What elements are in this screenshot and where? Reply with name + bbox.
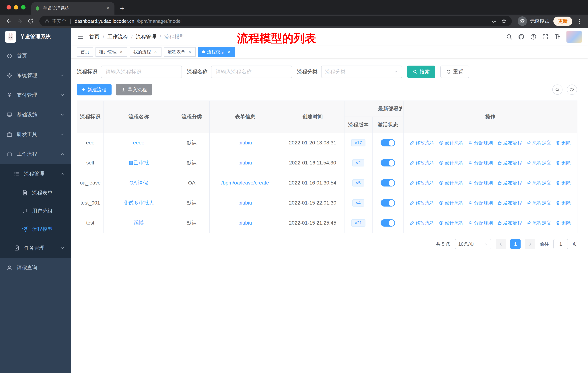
- modify-process-link[interactable]: 修改流程: [410, 220, 435, 226]
- goto-page-input[interactable]: [553, 239, 568, 249]
- font-size-icon[interactable]: [554, 33, 561, 40]
- sidebar-item-infrastructure[interactable]: 基础设施: [0, 105, 71, 125]
- modify-process-link[interactable]: 修改流程: [410, 140, 435, 146]
- modify-process-link[interactable]: 修改流程: [410, 160, 435, 166]
- version-badge[interactable]: v21: [351, 219, 366, 227]
- sidebar-item-home[interactable]: 首页: [0, 46, 71, 66]
- process-definition-link[interactable]: 流程定义: [526, 180, 551, 186]
- modify-process-link[interactable]: 修改流程: [410, 180, 435, 186]
- form-info-link[interactable]: biubiu: [238, 220, 252, 226]
- form-info-link[interactable]: /bpm/oa/leave/create: [221, 180, 269, 186]
- tag-close-icon[interactable]: ×: [187, 49, 192, 54]
- assign-rule-link[interactable]: 分配规则: [468, 140, 493, 146]
- process-definition-link[interactable]: 流程定义: [526, 220, 551, 226]
- category-select[interactable]: 流程分类: [321, 66, 402, 78]
- design-process-link[interactable]: 设计流程: [439, 220, 464, 226]
- process-name-link[interactable]: 滔博: [134, 220, 144, 226]
- tag-process-model[interactable]: 流程模型 ×: [198, 47, 235, 57]
- delete-link[interactable]: 删除: [556, 160, 571, 166]
- publish-process-link[interactable]: 发布流程: [497, 160, 522, 166]
- assign-rule-link[interactable]: 分配规则: [468, 200, 493, 206]
- refresh-table-button[interactable]: [567, 84, 577, 95]
- next-page-button[interactable]: [525, 239, 535, 249]
- process-name-link[interactable]: 自己审批: [128, 160, 149, 166]
- assign-rule-link[interactable]: 分配规则: [468, 160, 493, 166]
- window-close-button[interactable]: [7, 5, 11, 10]
- key-icon[interactable]: [491, 18, 497, 24]
- import-process-button[interactable]: 导入流程: [116, 84, 152, 95]
- assign-rule-link[interactable]: 分配规则: [468, 180, 493, 186]
- tag-close-icon[interactable]: ×: [153, 49, 158, 54]
- new-tab-button[interactable]: +: [117, 3, 128, 14]
- sidebar-item-workflow[interactable]: 工作流程: [0, 144, 71, 164]
- process-name-input[interactable]: [211, 66, 292, 78]
- version-badge[interactable]: v2: [352, 159, 364, 166]
- tag-tenant-mgmt[interactable]: 租户管理 ×: [95, 47, 127, 57]
- delete-link[interactable]: 删除: [556, 200, 571, 206]
- sidebar-item-payment-mgmt[interactable]: ¥ 支付管理: [0, 85, 71, 105]
- design-process-link[interactable]: 设计流程: [439, 180, 464, 186]
- address-bar[interactable]: 不安全 dashboard.yudao.iocoder.cn/bpm/manag…: [39, 16, 512, 26]
- window-minimize-button[interactable]: [14, 5, 18, 10]
- sidebar-item-process-mgmt[interactable]: 流程管理: [0, 164, 71, 184]
- security-warning-icon[interactable]: [44, 19, 50, 24]
- sidebar-item-task-mgmt[interactable]: 任务管理: [0, 238, 71, 258]
- process-name-link[interactable]: eeee: [133, 140, 144, 146]
- process-name-link[interactable]: OA 请假: [129, 180, 148, 186]
- github-icon[interactable]: [518, 33, 525, 40]
- version-badge[interactable]: v4: [352, 199, 364, 207]
- process-key-input[interactable]: [101, 66, 182, 78]
- publish-process-link[interactable]: 发布流程: [497, 200, 522, 206]
- delete-link[interactable]: 删除: [556, 140, 571, 146]
- window-zoom-button[interactable]: [21, 5, 26, 10]
- process-definition-link[interactable]: 流程定义: [526, 160, 551, 166]
- active-toggle[interactable]: [381, 179, 395, 186]
- breadcrumb-item-home[interactable]: 首页: [89, 33, 100, 40]
- fullscreen-icon[interactable]: [542, 33, 549, 40]
- breadcrumb-item-workflow[interactable]: 工作流程: [107, 33, 128, 40]
- process-definition-link[interactable]: 流程定义: [526, 140, 551, 146]
- tag-close-icon[interactable]: ×: [227, 49, 231, 54]
- tag-process-form[interactable]: 流程表单 ×: [164, 47, 196, 57]
- update-button[interactable]: 更新: [553, 17, 572, 26]
- publish-process-link[interactable]: 发布流程: [497, 180, 522, 186]
- search-button[interactable]: 搜索: [407, 66, 435, 78]
- prev-page-button[interactable]: [496, 239, 506, 249]
- browser-tab[interactable]: 芋道管理系统 ×: [31, 2, 115, 15]
- form-info-link[interactable]: biubiu: [238, 160, 252, 166]
- process-definition-link[interactable]: 流程定义: [526, 200, 551, 206]
- design-process-link[interactable]: 设计流程: [439, 200, 464, 206]
- tag-home[interactable]: 首页: [77, 47, 93, 57]
- browser-menu-icon[interactable]: ⋮: [573, 18, 584, 24]
- bookmark-star-icon[interactable]: [501, 18, 507, 24]
- assign-rule-link[interactable]: 分配规则: [468, 220, 493, 226]
- active-toggle[interactable]: [381, 159, 395, 166]
- active-toggle[interactable]: [381, 219, 395, 227]
- reload-button[interactable]: [26, 16, 36, 26]
- breadcrumb-item-process-mgmt[interactable]: 流程管理: [136, 33, 156, 40]
- page-1-button[interactable]: 1: [510, 239, 521, 249]
- active-toggle[interactable]: [381, 199, 395, 207]
- sidebar-item-system-mgmt[interactable]: 系统管理: [0, 66, 71, 85]
- tab-close-icon[interactable]: ×: [105, 5, 111, 11]
- design-process-link[interactable]: 设计流程: [439, 140, 464, 146]
- search-icon[interactable]: [506, 33, 513, 40]
- user-avatar[interactable]: [566, 30, 582, 43]
- back-button[interactable]: [4, 16, 14, 26]
- create-process-button[interactable]: + 新建流程: [77, 84, 112, 95]
- delete-link[interactable]: 删除: [556, 220, 571, 226]
- tag-my-process[interactable]: 我的流程 ×: [130, 47, 161, 57]
- active-toggle[interactable]: [381, 139, 395, 146]
- form-info-link[interactable]: biubiu: [238, 140, 252, 146]
- process-name-link[interactable]: 测试多审批人: [123, 200, 154, 206]
- modify-process-link[interactable]: 修改流程: [410, 200, 435, 206]
- publish-process-link[interactable]: 发布流程: [497, 220, 522, 226]
- version-badge[interactable]: v17: [351, 139, 366, 146]
- delete-link[interactable]: 删除: [556, 180, 571, 186]
- collapse-sidebar-icon[interactable]: [77, 33, 84, 40]
- sidebar-item-user-group[interactable]: 用户分组: [0, 202, 71, 220]
- form-info-link[interactable]: biubiu: [238, 200, 252, 206]
- design-process-link[interactable]: 设计流程: [439, 160, 464, 166]
- publish-process-link[interactable]: 发布流程: [497, 140, 522, 146]
- sidebar-item-leave-query[interactable]: 请假查询: [0, 258, 71, 278]
